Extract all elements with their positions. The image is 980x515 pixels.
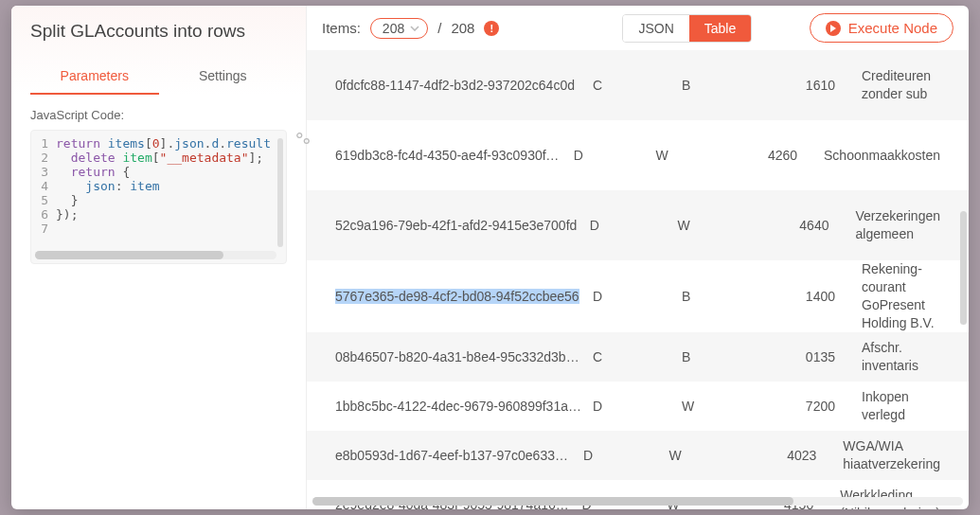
cell-col-b: W	[678, 218, 764, 233]
cell-col-d: Schoonmaakkosten	[797, 147, 940, 165]
cell-col-c: 4023	[753, 448, 816, 463]
table-row[interactable]: 5767e365-de98-4cf2-bd08-94f52ccbee56DB14…	[307, 260, 969, 332]
code-editor[interactable]: 1return items[0].json.d.result2 delete i…	[30, 130, 287, 264]
items-selector[interactable]: 208	[370, 18, 428, 39]
cell-col-d: Crediteuren zonder sub	[835, 67, 940, 103]
items-label: Items:	[322, 20, 361, 36]
table-row[interactable]: 08b46507-b820-4a31-b8e4-95c332d3b8f1CB01…	[307, 332, 969, 382]
cell-col-c: 4640	[763, 218, 829, 233]
cell-col-c: 7200	[769, 399, 835, 414]
code-scrollbar-vertical[interactable]	[277, 138, 283, 247]
items-separator: /	[437, 20, 441, 36]
cell-id: 5767e365-de98-4cf2-bd08-94f52ccbee56	[335, 289, 593, 304]
table-scrollbar-horizontal[interactable]	[312, 497, 963, 506]
table-row[interactable]: e8b0593d-1d67-4eef-b137-97c0e6335e5cDW40…	[307, 431, 969, 480]
cell-col-a: C	[593, 349, 682, 364]
cell-id: 0fdcfc88-1147-4df2-b3d2-937202c64c0d	[335, 78, 593, 93]
cell-col-a: D	[574, 148, 656, 163]
tab-parameters[interactable]: Parameters	[30, 59, 159, 95]
cell-col-b: B	[682, 78, 769, 93]
cell-col-c: 0135	[769, 349, 835, 364]
cell-id: 619db3c8-fc4d-4350-ae4f-93c0930ff74d	[335, 148, 574, 163]
cell-col-d: Inkopen verlegd	[835, 388, 940, 424]
table-row[interactable]: 619db3c8-fc4d-4350-ae4f-93c0930ff74dDW42…	[307, 120, 969, 190]
cell-col-b: B	[682, 289, 769, 304]
chevron-down-icon	[410, 26, 419, 31]
table-wrap: 0fdcfc88-1147-4df2-b3d2-937202c64c0dCB16…	[307, 50, 969, 509]
table-scrollbar-vertical[interactable]	[960, 211, 967, 325]
node-editor-modal: Split GLAccounts into rows Parameters Se…	[11, 6, 969, 509]
table-row[interactable]: 1bb8c5bc-4122-4dec-9679-960899f31a50DW72…	[307, 382, 969, 431]
cell-col-d: Verzekeringen algemeen	[829, 207, 940, 243]
code-label: JavaScript Code:	[30, 108, 287, 122]
items-total: 208	[451, 20, 474, 36]
svg-point-0	[297, 133, 302, 138]
cell-col-c: 1610	[769, 78, 835, 93]
cell-col-b: B	[682, 349, 769, 364]
execute-node-button[interactable]: Execute Node	[810, 13, 953, 43]
table-row[interactable]: 52c9a196-79eb-42f1-afd2-9415e3e700fdDW46…	[307, 190, 969, 260]
cell-col-b: W	[682, 399, 769, 414]
right-panel: Items: 208 / 208 ! JSON Table Execute No…	[307, 6, 969, 509]
cell-col-a: D	[590, 218, 678, 233]
cell-col-c: 1400	[769, 289, 835, 304]
code-scrollbar-horizontal[interactable]	[35, 251, 276, 259]
items-current: 208	[383, 21, 404, 36]
cell-id: 52c9a196-79eb-42f1-afd2-9415e3e700fd	[335, 218, 590, 233]
view-table-button[interactable]: Table	[689, 15, 751, 42]
cell-col-b: W	[656, 148, 737, 163]
table-row[interactable]: 0fdcfc88-1147-4df2-b3d2-937202c64c0dCB16…	[307, 50, 969, 120]
tab-settings[interactable]: Settings	[159, 59, 288, 95]
cell-col-a: C	[593, 78, 682, 93]
cell-id: e8b0593d-1d67-4eef-b137-97c0e6335e5c	[335, 448, 583, 463]
cell-id: 08b46507-b820-4a31-b8e4-95c332d3b8f1	[335, 349, 593, 364]
play-icon	[826, 21, 841, 36]
table-body[interactable]: 0fdcfc88-1147-4df2-b3d2-937202c64c0dCB16…	[307, 50, 969, 509]
cell-id: 1bb8c5bc-4122-4dec-9679-960899f31a50	[335, 399, 593, 414]
cell-col-b: W	[668, 448, 752, 463]
view-json-button[interactable]: JSON	[623, 15, 688, 42]
warning-icon[interactable]: !	[484, 21, 499, 36]
cell-col-c: 4260	[736, 148, 797, 163]
cell-col-d: Rekening-courant GoPresent Holding B.V.	[835, 260, 940, 332]
execute-node-label: Execute Node	[848, 20, 937, 36]
left-panel: Split GLAccounts into rows Parameters Se…	[11, 6, 307, 509]
toolbar: Items: 208 / 208 ! JSON Table Execute No…	[307, 6, 969, 50]
title-area: Split GLAccounts into rows Parameters Se…	[11, 6, 306, 95]
cell-col-d: WGA/WIA hiaatverzekering	[816, 437, 940, 473]
cell-col-a: D	[583, 448, 668, 463]
code-wrap: 1return items[0].json.d.result2 delete i…	[30, 130, 287, 264]
node-title: Split GLAccounts into rows	[30, 21, 287, 42]
parameters-body: JavaScript Code: 1return items[0].json.d…	[11, 95, 306, 277]
cell-col-d: Afschr. inventaris	[835, 339, 940, 375]
tabs: Parameters Settings	[30, 59, 287, 95]
cell-col-a: D	[593, 289, 682, 304]
view-toggle: JSON Table	[622, 14, 752, 43]
cell-col-a: D	[593, 399, 682, 414]
